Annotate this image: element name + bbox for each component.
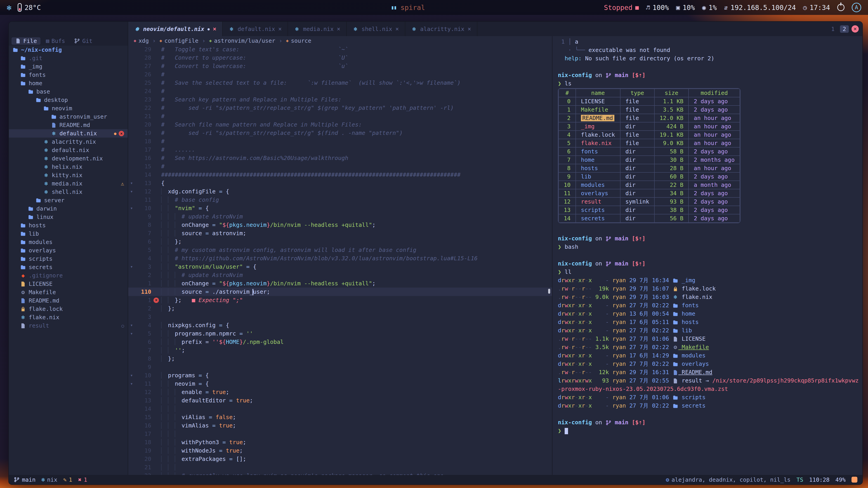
editor-line[interactable]: 25# Save the selected text to a file: `:… bbox=[128, 78, 552, 87]
editor-line[interactable]: ▾13{ bbox=[128, 179, 552, 187]
editor-line[interactable]: 11▏ ▏ # base config bbox=[128, 196, 552, 204]
editor-line[interactable]: 27# Convert to lowercase: `u` bbox=[128, 62, 552, 70]
clock-widget[interactable]: ◷ 17:34 bbox=[803, 4, 830, 11]
editor-line[interactable]: 23# Search key pattern and Replace in Mu… bbox=[128, 95, 552, 104]
tree-item[interactable]: README.md bbox=[9, 296, 128, 305]
editor-line[interactable]: 16▏ ▏ ▏ vimAlias = true; bbox=[128, 421, 552, 430]
editor-line[interactable]: 9 bbox=[128, 363, 552, 371]
tab-close-icon[interactable]: × bbox=[337, 26, 340, 32]
editor-line[interactable]: 1▏ ▏ ▏ onChange = "${pkgs.neovim}/bin/nv… bbox=[128, 279, 552, 288]
keyboard-layout[interactable]: A bbox=[852, 3, 861, 12]
editor-line[interactable]: ▾5▏ ▏ programs.npm.npmrc = '' bbox=[128, 329, 552, 338]
tree-item[interactable]: ⚙Makefile bbox=[9, 288, 128, 296]
neotree-tab-git[interactable]: Git bbox=[70, 37, 96, 45]
tree-item[interactable]: ❄media.nix⚠ bbox=[9, 180, 128, 188]
buffer-tab[interactable]: ❄shell.nix× bbox=[347, 22, 405, 36]
editor-line[interactable]: 5▏ ▏ # my cusotom astronvim config, astr… bbox=[128, 246, 552, 254]
distro-logo-icon[interactable]: ✻ bbox=[7, 3, 11, 12]
tree-item[interactable]: astronvim_user bbox=[9, 112, 128, 121]
tree-item[interactable]: ❄default.nix bbox=[9, 146, 128, 154]
buffer-tab[interactable]: ❄alacritty.nix× bbox=[405, 22, 477, 36]
editor-line[interactable]: 14######################################… bbox=[128, 170, 552, 179]
editor[interactable]: 29# Toggle text's case: `~` 28# Convert … bbox=[128, 45, 552, 475]
buffer-tab[interactable]: ❄neovim/default.nix●× bbox=[128, 22, 223, 36]
tab-close-icon[interactable]: × bbox=[213, 26, 217, 32]
tab-close-icon[interactable]: × bbox=[395, 26, 399, 32]
tree-item[interactable]: overlays bbox=[9, 246, 128, 255]
git-branch-widget[interactable]: main bbox=[14, 477, 35, 483]
tree-item[interactable]: lib bbox=[9, 230, 128, 238]
tree-item[interactable]: flake.lock bbox=[9, 305, 128, 313]
recording-status-widget[interactable]: Stopped ■ bbox=[604, 4, 639, 11]
editor-line[interactable]: 4▏ ▏ # https://github.com/AstroNvim/Astr… bbox=[128, 254, 552, 263]
scrollbar-cursor-mark[interactable] bbox=[548, 289, 550, 294]
editor-line[interactable]: 2▏ ▏ ▏ # update AstroNvim bbox=[128, 271, 552, 279]
editor-line[interactable]: 15# bbox=[128, 162, 552, 170]
tree-item[interactable]: ❄kitty.nix bbox=[9, 171, 128, 180]
tree-item[interactable]: LICENSE bbox=[9, 280, 128, 288]
editor-line[interactable]: 12▏ ▏ ▏ enable = true; bbox=[128, 388, 552, 396]
editor-line[interactable]: 21▏ ▏ ▏ bbox=[128, 463, 552, 471]
editor-line[interactable]: 17# ...... bbox=[128, 145, 552, 154]
neotree-tab-bufs[interactable]: ▤ Bufs bbox=[42, 37, 69, 45]
tabline-close-icon[interactable]: × bbox=[851, 25, 859, 33]
tree-item[interactable]: README.md bbox=[9, 121, 128, 129]
editor-line[interactable]: 29# Toggle text's case: `~` bbox=[128, 45, 552, 54]
editor-line[interactable]: 14▏ ▏ ▏ bbox=[128, 404, 552, 413]
editor-line[interactable]: 19# sed -ri "s/pattern_str/replace_str/g… bbox=[128, 129, 552, 137]
editor-line[interactable]: ▾10▏ ▏ "nvim" = { bbox=[128, 204, 552, 213]
editor-line[interactable]: ▾11▏ ▏ neovim = { bbox=[128, 380, 552, 388]
editor-line[interactable]: 21# bbox=[128, 112, 552, 121]
git-changed-widget[interactable]: ✎ 1 bbox=[63, 477, 72, 483]
lsp-clients-widget[interactable]: ⚙ alejandra, deadnix, copilot, nil_ls bbox=[666, 477, 791, 483]
tree-item[interactable]: ~/nix-config bbox=[9, 46, 128, 54]
tab-close-icon[interactable]: × bbox=[467, 26, 471, 32]
editor-line[interactable]: 7▏ ▏ ''; bbox=[128, 346, 552, 355]
tabpage-indicator[interactable]: 2 bbox=[840, 25, 849, 33]
tree-item[interactable]: ❄helix.nix bbox=[9, 163, 128, 171]
cpu-widget[interactable]: ◉ 1% bbox=[702, 4, 717, 11]
buffer-tab[interactable]: ❄default.nix× bbox=[223, 22, 288, 36]
editor-line[interactable]: 13▏ ▏ ▏ defaultEditor = true; bbox=[128, 396, 552, 404]
editor-line[interactable]: 24# bbox=[128, 87, 552, 95]
temperature-widget[interactable]: 28°C bbox=[18, 3, 41, 12]
disk-widget[interactable]: ▣ 10% bbox=[676, 4, 695, 11]
tree-item[interactable]: darwin bbox=[9, 204, 128, 213]
editor-line[interactable]: 8▏ ▏ ▏ onChange = "${pkgs.neovim}/bin/nv… bbox=[128, 221, 552, 229]
tree-item[interactable]: linux bbox=[9, 213, 128, 221]
tree-item[interactable]: modules bbox=[9, 238, 128, 246]
editor-line[interactable]: 18▏ ▏ ▏ withPython3 = true; bbox=[128, 438, 552, 447]
editor-line[interactable]: 19▏ ▏ ▏ withNodeJs = true; bbox=[128, 447, 552, 455]
editor-line[interactable]: ▾4▏ nixpkgs.config = { bbox=[128, 321, 552, 329]
tree-item[interactable]: secrets bbox=[9, 263, 128, 271]
power-icon[interactable] bbox=[837, 4, 844, 11]
editor-line[interactable]: 1×▏ ▏ }; ■ Expecting ";" bbox=[128, 296, 552, 304]
editor-line[interactable]: 110▏ ▏ ▏ source = ./astronvim_user; bbox=[128, 288, 552, 296]
tree-item[interactable]: ❄alacritty.nix bbox=[9, 138, 128, 146]
tree-item[interactable]: fonts bbox=[9, 71, 128, 79]
tree-item[interactable]: server bbox=[9, 196, 128, 204]
editor-line[interactable]: 18# bbox=[128, 137, 552, 145]
editor-line[interactable]: ▾12▏ xdg.configFile = { bbox=[128, 187, 552, 196]
tree-item[interactable]: ◆.gitignore bbox=[9, 271, 128, 280]
diagnostics-errors-widget[interactable]: ✖ 1 bbox=[78, 477, 87, 483]
editor-line[interactable]: 28# Convert to uppercase: `U` bbox=[128, 54, 552, 62]
tree-item[interactable]: scripts bbox=[9, 255, 128, 263]
tree-item[interactable]: base bbox=[9, 88, 128, 96]
tree-item[interactable]: desktop bbox=[9, 96, 128, 104]
tabpage-indicator[interactable]: 1 bbox=[829, 25, 837, 33]
editor-line[interactable]: 15▏ ▏ ▏ viAlias = false; bbox=[128, 413, 552, 421]
buffer-tab[interactable]: ❄media.nix× bbox=[288, 22, 346, 36]
editor-line[interactable]: ▾3▏ ▏ "astronvim/lua/user" = { bbox=[128, 263, 552, 271]
editor-line[interactable]: 20▏ ▏ ▏ extraPackages = []; bbox=[128, 455, 552, 463]
editor-line[interactable]: 3 bbox=[128, 313, 552, 321]
editor-line[interactable]: 8▏ }; bbox=[128, 355, 552, 363]
tree-item[interactable]: ❄development.nix bbox=[9, 154, 128, 163]
breadcrumb-item[interactable]: ❖ xdg bbox=[133, 37, 149, 44]
editor-line[interactable]: 2▏ }; bbox=[128, 304, 552, 313]
editor-line[interactable]: ▾10▏ programs = { bbox=[128, 371, 552, 380]
tree-item[interactable]: neovim bbox=[9, 104, 128, 112]
editor-line[interactable]: 6▏ ▏ }; bbox=[128, 237, 552, 246]
editor-line[interactable]: 16# See https://astronvim.com/Basic%20Us… bbox=[128, 154, 552, 162]
breadcrumb-item[interactable]: ❖ configFile bbox=[159, 37, 198, 44]
